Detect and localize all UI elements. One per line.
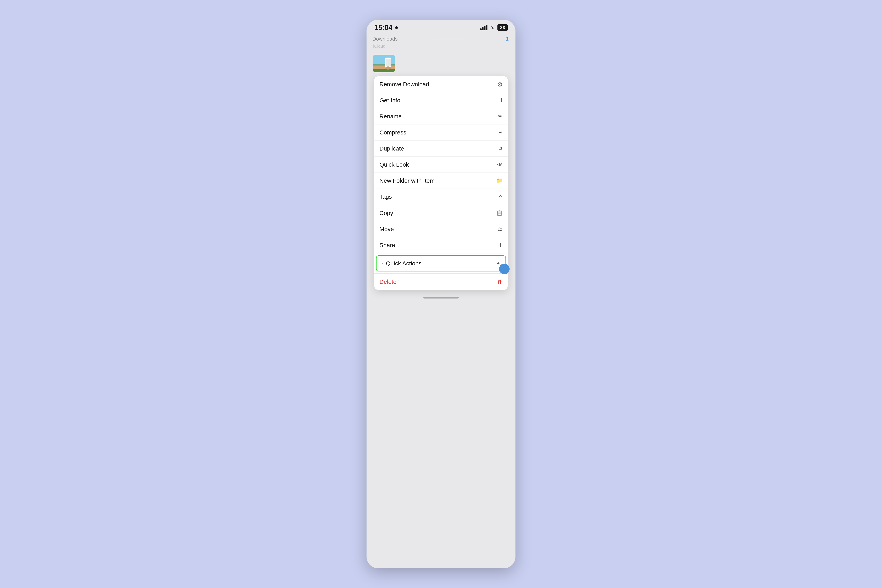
quick-actions-icon: ✦	[496, 261, 500, 267]
remove-download-icon: ⊗	[497, 81, 502, 88]
new-folder-icon: 📁	[496, 178, 502, 184]
quick-actions-label: › Quick Actions	[382, 260, 422, 267]
compress-label: Compress	[380, 129, 406, 136]
share-icon: ⬆	[498, 242, 502, 248]
move-label: Move	[380, 226, 394, 232]
menu-item-remove-download[interactable]: Remove Download ⊗	[374, 76, 508, 92]
main-content: Remove Download ⊗ Get Info ℹ Rename ✏ Co…	[366, 51, 516, 294]
home-indicator	[423, 297, 459, 298]
phone-frame: 15:04 ∿ 83 Downloads ——————— ⊕ iCloud	[366, 20, 516, 568]
app-header: Downloads ——————— ⊕ iCloud	[366, 34, 516, 51]
nav-bar: Downloads ——————— ⊕	[372, 36, 510, 42]
menu-section-1: Remove Download ⊗ Get Info ℹ Rename ✏ Co…	[374, 76, 508, 205]
notification-dot	[395, 26, 398, 29]
copy-icon: 📋	[496, 210, 502, 216]
duplicate-icon: ⧉	[499, 146, 502, 152]
move-icon: 🗂	[498, 226, 502, 232]
get-info-label: Get Info	[380, 97, 400, 104]
tags-icon: ◇	[499, 194, 502, 200]
copy-label: Copy	[380, 210, 393, 216]
file-thumbnail	[373, 55, 395, 72]
breadcrumb: iCloud	[372, 44, 510, 49]
menu-item-tags[interactable]: Tags ◇	[374, 189, 508, 205]
menu-section-3: › Quick Actions ✦	[374, 254, 508, 274]
share-label: Share	[380, 242, 395, 249]
signal-icon	[480, 25, 488, 30]
thumbnail-inner	[373, 55, 395, 72]
svg-rect-2	[373, 66, 395, 69]
tags-label: Tags	[380, 194, 392, 200]
quick-actions-chevron: ›	[382, 261, 383, 266]
rename-label: Rename	[380, 113, 402, 120]
status-icons: ∿ 83	[480, 24, 508, 31]
new-folder-label: New Folder with Item	[380, 177, 435, 184]
duplicate-label: Duplicate	[380, 145, 404, 152]
file-thumbnail-area	[372, 55, 510, 72]
compress-icon: ⊟	[498, 129, 502, 135]
menu-item-quick-look[interactable]: Quick Look 👁	[374, 157, 508, 172]
menu-item-move[interactable]: Move 🗂	[374, 221, 508, 237]
quick-look-icon: 👁	[497, 161, 502, 168]
menu-section-delete: Delete 🗑	[374, 274, 508, 290]
menu-item-rename[interactable]: Rename ✏	[374, 108, 508, 124]
wifi-icon: ∿	[490, 24, 495, 31]
remove-download-label: Remove Download	[380, 81, 429, 88]
menu-section-2: Copy 📋 Move 🗂 Share ⬆	[374, 205, 508, 254]
delete-icon: 🗑	[498, 279, 502, 285]
menu-item-delete[interactable]: Delete 🗑	[374, 274, 508, 290]
menu-item-get-info[interactable]: Get Info ℹ	[374, 92, 508, 108]
menu-item-share[interactable]: Share ⬆	[374, 237, 508, 253]
quick-look-label: Quick Look	[380, 161, 409, 168]
status-time: 15:04	[374, 24, 398, 32]
nav-title: ———————	[434, 36, 469, 42]
menu-item-compress[interactable]: Compress ⊟	[374, 124, 508, 141]
blue-dot	[499, 264, 510, 274]
thumbnail-svg	[373, 55, 395, 72]
get-info-icon: ℹ	[500, 97, 502, 104]
battery-icon: 83	[498, 24, 508, 31]
rename-icon: ✏	[498, 113, 502, 120]
menu-item-duplicate[interactable]: Duplicate ⧉	[374, 141, 508, 157]
delete-label: Delete	[380, 279, 396, 285]
status-bar: 15:04 ∿ 83	[366, 20, 516, 34]
svg-point-5	[386, 66, 391, 70]
svg-rect-4	[386, 58, 391, 66]
nav-right-button[interactable]: ⊕	[505, 36, 510, 42]
menu-item-new-folder[interactable]: New Folder with Item 📁	[374, 172, 508, 189]
menu-item-copy[interactable]: Copy 📋	[374, 205, 508, 221]
context-menu: Remove Download ⊗ Get Info ℹ Rename ✏ Co…	[374, 76, 508, 290]
back-button[interactable]: Downloads	[372, 36, 398, 42]
menu-item-quick-actions[interactable]: › Quick Actions ✦	[376, 255, 506, 272]
